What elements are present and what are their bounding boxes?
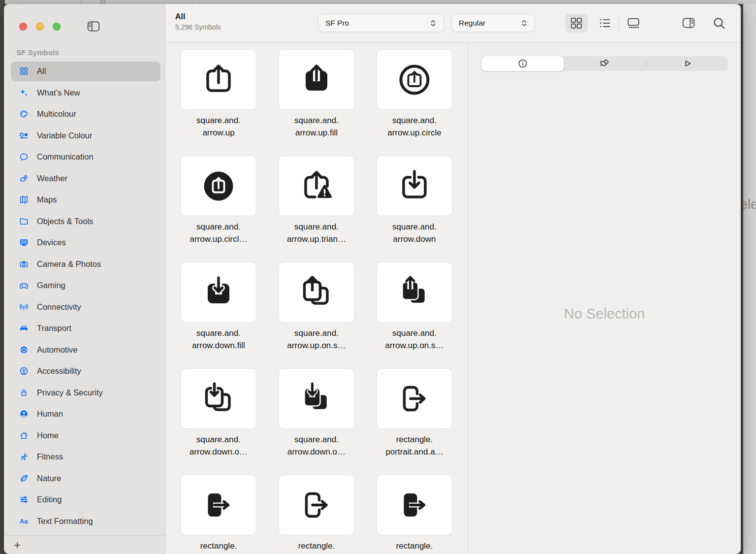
symbol-preview[interactable] — [181, 475, 256, 535]
symbol-preview[interactable] — [181, 262, 256, 323]
symbol-name: arrow.up.fill — [270, 127, 363, 139]
symbol-preview[interactable] — [377, 262, 452, 323]
inspector-toggle-button[interactable] — [678, 14, 699, 33]
sidebar-item-label: What’s New — [37, 88, 80, 98]
tab-animation[interactable] — [646, 56, 728, 71]
symbol-preview[interactable] — [377, 49, 452, 110]
inspector-tabs[interactable] — [482, 56, 728, 71]
symbol-cell[interactable]: square.and.arrow.down.o… — [279, 368, 354, 458]
symbol-name: square.and. — [270, 327, 363, 339]
symbol-cell[interactable]: square.and.arrow.up.circl… — [181, 156, 256, 245]
sidebar-item-transport[interactable]: Transport — [11, 319, 160, 338]
square-and-arrow-up-icon — [200, 61, 237, 98]
antenna-icon — [17, 302, 30, 312]
runner-icon — [17, 452, 30, 461]
symbol-cell[interactable]: square.and.arrow.up.circle — [377, 49, 452, 139]
sidebar-item-maps[interactable]: Maps — [11, 190, 160, 210]
sidebar-item-communication[interactable]: Communication — [11, 147, 160, 167]
sidebar-item-editing[interactable]: Editing — [11, 490, 160, 510]
symbol-grid[interactable]: square.and.arrow.up square.and.arrow.up.… — [165, 43, 468, 554]
search-button[interactable] — [708, 14, 730, 33]
sidebar-item-automotive[interactable]: Automotive — [11, 340, 160, 360]
no-selection-placeholder: No Selection — [468, 306, 741, 322]
symbol-preview[interactable] — [279, 475, 354, 535]
add-collection-button[interactable]: + — [14, 540, 21, 550]
symbol-cell[interactable]: rectangle. — [181, 475, 256, 552]
accessibility-icon — [17, 366, 30, 376]
symbol-preview[interactable] — [279, 368, 354, 429]
symbol-cell[interactable]: square.and.arrow.down.o… — [181, 368, 256, 458]
symbol-preview[interactable] — [279, 156, 354, 216]
gallery-view-button[interactable] — [623, 14, 644, 33]
sidebar-item-gaming[interactable]: Gaming — [11, 276, 160, 295]
sidebar-item-all[interactable]: All — [11, 62, 160, 81]
symbol-preview[interactable] — [279, 262, 354, 323]
sliders-icon — [17, 495, 30, 504]
symbol-preview[interactable] — [377, 156, 452, 216]
sidebar-item-fitness[interactable]: Fitness — [11, 447, 160, 467]
list-view-icon — [598, 16, 612, 31]
tab-info[interactable] — [482, 56, 564, 71]
sidebar-item-label: Connectivity — [37, 302, 81, 312]
symbol-preview[interactable] — [377, 475, 452, 535]
symbol-preview[interactable] — [279, 49, 354, 110]
symbol-cell[interactable]: square.and.arrow.down — [377, 156, 452, 245]
sidebar-item-privacy-security[interactable]: Privacy & Security — [11, 383, 160, 403]
symbol-name: arrow.up.circle — [368, 127, 461, 139]
symbol-preview[interactable] — [181, 156, 256, 216]
sidebar-category-list: All What’s New Multicolour Variable Colo… — [4, 60, 165, 533]
symbol-cell[interactable]: square.and.arrow.up.on.s… — [377, 262, 452, 352]
sidebar-item-weather[interactable]: Weather — [11, 169, 160, 189]
symbol-name: square.and. — [270, 433, 363, 446]
sidebar-item-whats-new[interactable]: What’s New — [11, 83, 160, 103]
sidebar-item-human[interactable]: Human — [11, 404, 160, 424]
square-and-arrow-up-trianglebadge-icon — [298, 167, 335, 205]
symbol-cell[interactable]: square.and.arrow.up.fill — [279, 49, 354, 139]
sidebar-toggle-icon[interactable] — [86, 19, 101, 34]
sidebar-footer: + — [4, 535, 165, 554]
symbol-cell[interactable]: rectangle. — [377, 475, 452, 552]
search-icon — [712, 16, 726, 31]
chevron-up-down-icon — [521, 19, 528, 27]
list-view-button[interactable] — [595, 14, 615, 33]
symbol-cell[interactable]: square.and.arrow.up — [181, 49, 256, 139]
game-controller-icon — [17, 281, 30, 290]
grid-view-button[interactable] — [565, 14, 588, 33]
symbol-name: arrow.down.fill — [172, 339, 265, 352]
sidebar-item-devices[interactable]: Devices — [11, 233, 160, 253]
sidebar-item-multicolour[interactable]: Multicolour — [11, 104, 160, 124]
minimize-window-button[interactable] — [36, 23, 44, 31]
sidebar-item-connectivity[interactable]: Connectivity — [11, 297, 160, 317]
sidebar-item-home[interactable]: Home — [11, 426, 160, 446]
symbol-preview[interactable] — [181, 368, 256, 429]
map-icon — [17, 195, 30, 204]
close-window-button[interactable] — [19, 23, 27, 31]
symbol-cell[interactable]: rectangle. — [279, 475, 354, 552]
symbol-name: arrow.up.on.s… — [368, 339, 461, 352]
square-and-arrow-up-circle-fill-icon — [200, 167, 237, 205]
sidebar-item-label: Maps — [37, 195, 57, 204]
sidebar-item-camera-photos[interactable]: Camera & Photos — [11, 255, 160, 274]
symbol-preview[interactable] — [181, 49, 256, 110]
symbol-count: 5,296 Symbols — [175, 23, 221, 31]
font-select[interactable]: SF Pro — [318, 14, 444, 32]
symbol-cell[interactable]: square.and.arrow.up.on.s… — [279, 262, 354, 352]
tab-render-modes[interactable] — [564, 56, 645, 71]
weight-select[interactable]: Regular — [451, 14, 535, 32]
sidebar-item-accessibility[interactable]: Accessibility — [11, 361, 160, 381]
sidebar-item-nature[interactable]: Nature — [11, 469, 160, 489]
symbol-cell[interactable]: rectangle.portrait.and.a… — [377, 368, 452, 458]
symbol-cell[interactable]: square.and.arrow.down.fill — [181, 262, 256, 352]
content-area: square.and.arrow.up square.and.arrow.up.… — [165, 43, 741, 554]
sidebar-item-objects-tools[interactable]: Objects & Tools — [11, 212, 160, 231]
window-controls — [4, 4, 165, 33]
symbol-cell[interactable]: square.and.arrow.up.trian… — [279, 156, 354, 245]
background-window-partial-text: elec — [743, 197, 756, 212]
sidebar-item-text-formatting[interactable]: Aa Text Formatting — [11, 512, 160, 531]
sidebar-item-variable-colour[interactable]: Variable Colour — [11, 126, 160, 146]
symbol-name: square.and. — [270, 221, 363, 233]
zoom-window-button[interactable] — [53, 23, 61, 31]
symbol-name: square.and. — [368, 327, 461, 339]
symbol-preview[interactable] — [377, 368, 452, 429]
rectangle-portrait-and-arrow-right-icon — [298, 487, 335, 524]
